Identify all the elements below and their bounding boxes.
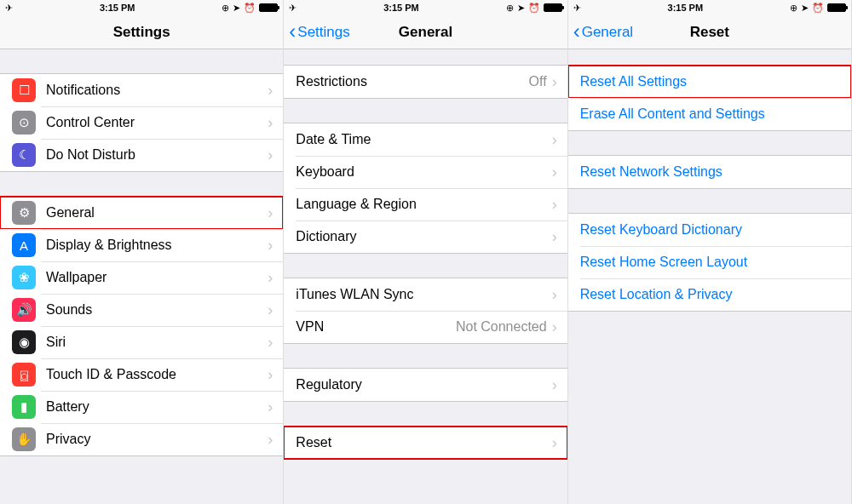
row-label: Wallpaper [46,270,268,285]
orientation-lock-icon: ⊕ [222,3,229,14]
list-row[interactable]: Regulatory› [284,369,567,401]
row-label: Siri [46,335,268,350]
back-label: Settings [297,24,349,41]
alarm-icon: ⏰ [244,3,256,14]
chevron-right-icon: › [552,163,557,181]
row-label: Reset All Settings [580,74,841,89]
settings-row[interactable]: ✋Privacy› [0,423,283,455]
airplane-mode-icon: ✈ [573,3,581,14]
privacy-icon: ✋ [12,427,36,451]
page-title: Reset [690,24,729,41]
settings-row[interactable]: ❀Wallpaper› [0,261,283,294]
settings-row[interactable]: 🔊Sounds› [0,294,283,326]
chevron-right-icon: › [552,376,557,394]
page-title: General [399,24,452,41]
row-detail: Off [529,74,547,89]
list-row[interactable]: Erase All Content and Settings [568,98,851,130]
chevron-right-icon: › [268,114,273,132]
reset-screen: ✈ 3:15 PM ⊕ ➤ ⏰ ‹ General Reset Reset Al… [568,0,852,504]
row-label: Do Not Disturb [46,147,268,163]
display-icon: A [12,233,36,257]
general-list: RestrictionsOff› Date & Time›Keyboard›La… [284,49,567,504]
dnd-icon: ☾ [12,143,36,167]
location-icon: ➤ [801,3,809,14]
row-label: Touch ID & Passcode [46,367,268,382]
status-bar: ✈ 3:15 PM ⊕ ➤ ⏰ [284,0,567,15]
back-button[interactable]: ‹ Settings [289,23,349,42]
status-bar: ✈ 3:15 PM ⊕ ➤ ⏰ [0,0,283,15]
chevron-right-icon: › [268,237,273,255]
row-label: VPN [296,319,456,335]
settings-list: ☐Notifications›⊙Control Center›☾Do Not D… [0,49,283,504]
row-label: Display & Brightness [46,238,268,253]
battery-icon [259,3,278,12]
chevron-right-icon: › [268,204,273,222]
chevron-right-icon: › [268,366,273,384]
battery-icon [827,3,846,12]
list-row[interactable]: Date & Time› [284,123,567,156]
row-label: Reset Keyboard Dictionary [580,222,841,238]
settings-row[interactable]: ☾Do Not Disturb› [0,139,283,171]
settings-row[interactable]: ◉Siri› [0,326,283,358]
list-row[interactable]: RestrictionsOff› [284,66,567,98]
settings-row[interactable]: ▮Battery› [0,391,283,423]
status-bar: ✈ 3:15 PM ⊕ ➤ ⏰ [568,0,851,15]
settings-row[interactable]: ⌼Touch ID & Passcode› [0,358,283,391]
list-row[interactable]: Dictionary› [284,220,567,253]
orientation-lock-icon: ⊕ [506,3,514,14]
general-screen: ✈ 3:15 PM ⊕ ➤ ⏰ ‹ Settings General Restr… [284,0,567,504]
nav-bar: ‹ Settings General [284,15,567,49]
settings-row[interactable]: ADisplay & Brightness› [0,229,283,261]
location-icon: ➤ [233,3,240,14]
row-label: Date & Time [296,132,551,147]
list-row[interactable]: Reset Location & Privacy [568,278,851,311]
chevron-right-icon: › [268,301,273,319]
row-label: Restrictions [296,74,528,89]
list-row[interactable]: Language & Region› [284,188,567,220]
chevron-left-icon: ‹ [573,21,580,42]
row-detail: Not Connected [456,319,547,335]
general-icon: ⚙ [12,201,36,225]
row-label: Control Center [46,115,268,130]
status-time: 3:15 PM [100,3,135,13]
sounds-icon: 🔊 [12,298,36,322]
nav-bar: Settings [0,15,283,49]
list-row[interactable]: Reset All Settings [568,66,851,98]
chevron-right-icon: › [552,228,557,246]
list-row[interactable]: iTunes WLAN Sync› [284,278,567,311]
chevron-right-icon: › [268,431,273,449]
touchid-icon: ⌼ [12,363,36,387]
row-label: Sounds [46,302,268,318]
chevron-right-icon: › [552,73,557,91]
chevron-right-icon: › [552,131,557,149]
list-row[interactable]: Keyboard› [284,156,567,188]
chevron-left-icon: ‹ [289,21,296,42]
nav-bar: ‹ General Reset [568,15,851,49]
settings-row[interactable]: ☐Notifications› [0,74,283,106]
row-label: Regulatory [296,377,551,392]
page-title: Settings [113,24,170,41]
list-row[interactable]: Reset Home Screen Layout [568,246,851,278]
settings-row[interactable]: ⊙Control Center› [0,106,283,139]
list-row[interactable]: Reset Keyboard Dictionary [568,214,851,246]
row-label: Dictionary [296,229,551,244]
battery-icon [544,3,562,12]
row-label: Language & Region [296,197,551,212]
status-time: 3:15 PM [668,3,704,13]
list-row[interactable]: Reset Network Settings [568,156,851,188]
chevron-right-icon: › [268,398,273,416]
settings-row[interactable]: ⚙General› [0,197,283,229]
alarm-icon: ⏰ [812,3,824,14]
row-label: Reset Network Settings [580,164,841,180]
chevron-right-icon: › [552,196,557,214]
location-icon: ➤ [517,3,525,14]
list-row[interactable]: VPNNot Connected› [284,311,567,343]
orientation-lock-icon: ⊕ [790,3,797,14]
chevron-right-icon: › [268,146,273,164]
chevron-right-icon: › [268,269,273,287]
siri-icon: ◉ [12,330,36,354]
control-center-icon: ⊙ [12,111,36,135]
row-label: Keyboard [296,164,551,180]
list-row[interactable]: Reset› [284,427,567,459]
back-button[interactable]: ‹ General [573,23,633,42]
